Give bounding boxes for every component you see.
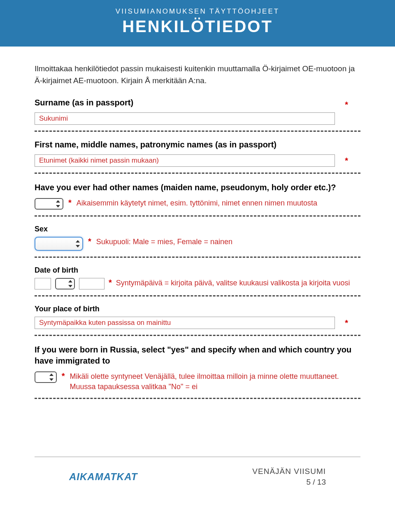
chevron-updown-icon [68,280,72,287]
sex-note: Sukupuoli: Male = mies, Female = nainen [96,237,232,247]
divider [35,257,360,258]
logo: AIKAMATKAT [69,471,137,483]
russia-note: Mikäli olette syntyneet Venäjällä, tulee… [70,371,361,392]
russia-label: If you were born in Russia, select "yes"… [35,344,360,366]
footer-title: VENÄJÄN VIISUMI [252,467,326,476]
russia-select[interactable] [35,371,57,383]
othernames-select[interactable] [35,198,63,210]
divider [35,398,360,399]
asterisk-icon: * [109,278,112,287]
chevron-updown-icon [56,200,60,208]
sex-row: * Sukupuoli: Male = mies, Female = naine… [35,237,360,251]
pob-input[interactable] [35,317,335,329]
pob-label: Your place of birth [35,305,360,313]
divider [35,335,360,336]
chevron-updown-icon [49,373,53,381]
sex-select[interactable] [35,237,83,251]
asterisk-icon: * [345,156,348,166]
asterisk-icon: * [88,237,91,246]
othernames-row: * Aikaisemmin käytetyt nimet, esim. tytt… [35,198,360,210]
othernames-note: Aikaisemmin käytetyt nimet, esim. tyttön… [77,198,317,208]
page-number: 5 / 13 [252,478,326,487]
content: Ilmoittakaa henkilötiedot passin mukaise… [0,47,395,457]
dob-month-select[interactable] [55,278,75,289]
firstname-label: First name, middle names, patronymic nam… [35,140,360,149]
asterisk-icon: * [68,198,72,208]
firstname-row: * [35,154,360,167]
dob-row: * Syntymäpäivä = kirjoita päivä, valitse… [35,278,360,289]
dob-note: Syntymäpäivä = kirjoita päivä, valitse k… [116,278,350,288]
footer-right: VENÄJÄN VIISUMI 5 / 13 [252,467,326,487]
header-subtitle: VIISUMIANOMUKSEN TÄYTTÖOHJEET [0,7,395,16]
footer: AIKAMATKAT VENÄJÄN VIISUMI 5 / 13 [35,457,360,499]
asterisk-icon: * [345,100,348,110]
asterisk-icon: * [62,371,65,381]
asterisk-icon: * [345,318,348,328]
surname-input[interactable] [35,112,335,125]
dob-day-input[interactable] [35,278,51,289]
divider [35,215,360,217]
dob-year-input[interactable] [79,278,105,289]
dob-label: Date of birth [35,266,360,275]
surname-label: Surname (as in passport) [35,98,360,107]
divider [35,295,360,296]
pob-row: * [35,317,360,329]
sex-label: Sex [35,225,360,233]
intro-text: Ilmoittakaa henkilötiedot passin mukaise… [35,63,360,86]
othernames-label: Have you ever had other names (maiden na… [35,182,360,193]
header-title: HENKILÖTIEDOT [0,17,395,36]
divider [35,131,360,132]
divider [35,173,360,174]
page-header: VIISUMIANOMUKSEN TÄYTTÖOHJEET HENKILÖTIE… [0,0,395,47]
chevron-updown-icon [76,240,80,247]
russia-row: * Mikäli olette syntyneet Venäjällä, tul… [35,371,360,392]
firstname-input[interactable] [35,154,335,167]
surname-row: * [35,112,360,125]
